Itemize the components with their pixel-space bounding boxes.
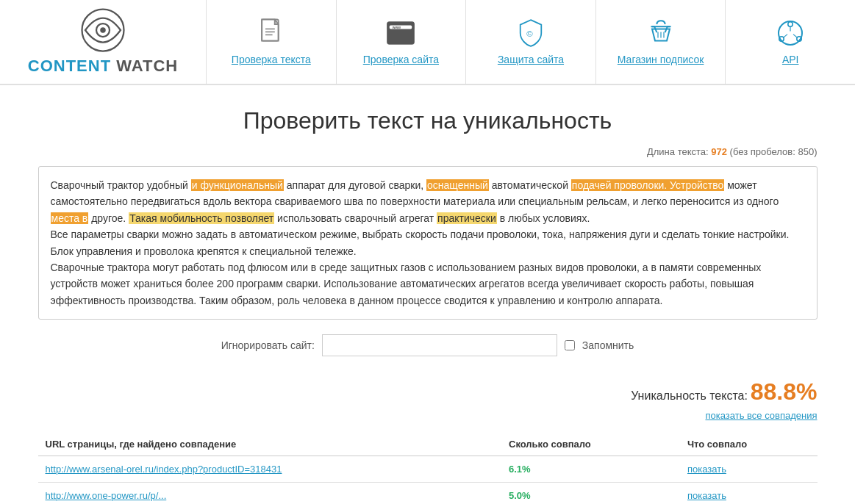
col-header-percent: Сколько совпало xyxy=(501,433,680,456)
table-cell-show: показать xyxy=(680,483,818,504)
table-cell-url: http://www.arsenal-orel.ru/index.php?pro… xyxy=(38,456,502,483)
table-cell-percent: 5.0% xyxy=(501,483,680,504)
nav-api[interactable]: API xyxy=(725,0,855,84)
svg-text:©: © xyxy=(526,29,533,38)
svg-point-17 xyxy=(788,22,793,26)
api-icon xyxy=(776,18,805,48)
ignore-input[interactable] xyxy=(322,334,557,356)
basket-icon xyxy=(646,18,676,48)
remember-checkbox[interactable] xyxy=(565,340,575,350)
logo[interactable]: CONTENT WATCH xyxy=(0,0,206,84)
svg-line-21 xyxy=(784,35,788,38)
table-cell-show: показать xyxy=(680,456,818,483)
uniqueness-value: 88.8% xyxy=(751,378,818,405)
table-show-link[interactable]: показать xyxy=(687,464,726,475)
remember-label: Запомнить xyxy=(582,339,634,351)
table-row: http://www.arsenal-orel.ru/index.php?pro… xyxy=(38,456,818,483)
nav-shop[interactable]: Магазин подписок xyxy=(595,0,726,84)
logo-icon xyxy=(81,8,125,52)
shield-icon: © xyxy=(516,18,545,48)
col-header-url: URL страницы, где найдено совпадение xyxy=(38,433,502,456)
www-icon: www xyxy=(386,18,415,48)
table-url-link[interactable]: http://www.arsenal-orel.ru/index.php?pro… xyxy=(46,464,282,475)
uniqueness-label: Уникальность текста: xyxy=(631,389,748,402)
results-table: URL страницы, где найдено совпадение Ско… xyxy=(38,433,818,504)
table-show-link[interactable]: показать xyxy=(687,490,726,501)
logo-text: CONTENT WATCH xyxy=(28,57,178,76)
ignore-row: Игнорировать сайт: Запомнить xyxy=(38,334,818,356)
text-content-box: Сварочный трактор удобный и функциональн… xyxy=(38,166,818,320)
table-cell-url: http://www.one-power.ru/p/... xyxy=(38,483,502,504)
main-content: Проверить текст на уникальность Длина те… xyxy=(24,85,832,504)
svg-text:www: www xyxy=(392,26,401,29)
table-row: http://www.one-power.ru/p/...5.0%показат… xyxy=(38,483,818,504)
table-cell-percent: 6.1% xyxy=(501,456,680,483)
document-icon xyxy=(257,18,286,48)
svg-point-2 xyxy=(100,27,106,33)
nav-text-check[interactable]: Проверка текста xyxy=(206,0,336,84)
svg-line-22 xyxy=(793,35,798,38)
show-all-link[interactable]: показать все совпадения xyxy=(38,410,818,421)
page-title: Проверить текст на уникальность xyxy=(38,107,818,134)
text-length-value: 972 xyxy=(711,146,727,157)
nav-site-check[interactable]: www Проверка сайта xyxy=(336,0,466,84)
text-length-info: Длина текста: 972 (без пробелов: 850) xyxy=(38,146,818,157)
ignore-label: Игнорировать сайт: xyxy=(221,339,315,351)
nav-site-protect[interactable]: © Защита сайта xyxy=(465,0,595,84)
uniqueness-section: Уникальность текста: 88.8% xyxy=(38,378,818,406)
table-url-link[interactable]: http://www.one-power.ru/p/... xyxy=(46,490,167,501)
col-header-what: Что совпало xyxy=(680,433,818,456)
